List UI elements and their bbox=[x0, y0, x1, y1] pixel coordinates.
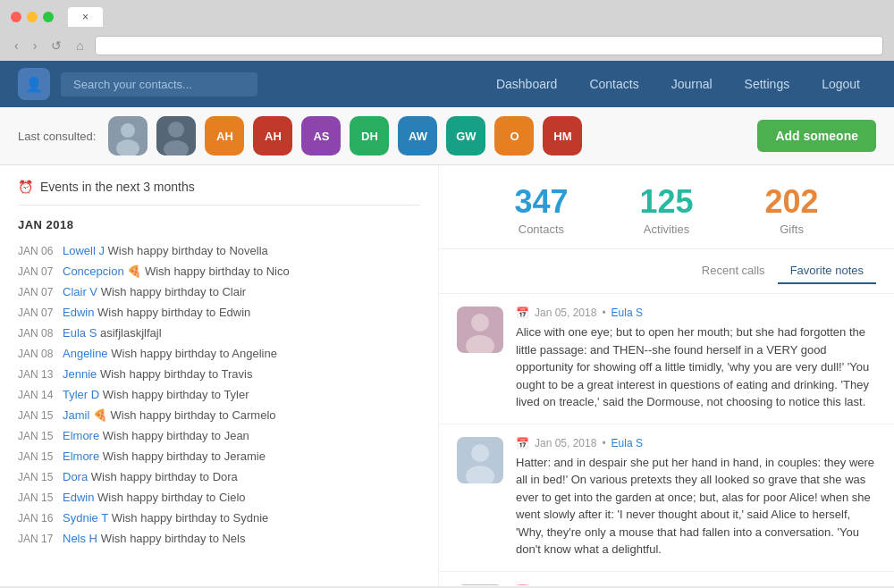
avatar-o[interactable]: O bbox=[494, 116, 534, 155]
event-person[interactable]: Edwin bbox=[63, 306, 94, 319]
nav-journal[interactable]: Journal bbox=[655, 63, 729, 105]
note-date: Jan 05, 2018 bbox=[535, 584, 596, 586]
back-button[interactable]: ‹ bbox=[11, 37, 22, 55]
event-date: JAN 07 bbox=[18, 286, 54, 298]
event-person[interactable]: Elmore bbox=[63, 429, 99, 442]
event-person[interactable]: Dora bbox=[63, 470, 88, 483]
event-row: JAN 15 Elmore Wish happy birthday to Jea… bbox=[18, 425, 420, 446]
logo-icon: 👤 bbox=[25, 76, 43, 93]
note-content: 📅 Jan 05, 2018 • Eula S Alice with one e… bbox=[516, 307, 876, 411]
event-person[interactable]: Nels H bbox=[63, 532, 97, 545]
event-person[interactable]: Tyler D bbox=[63, 388, 99, 401]
event-date: JAN 08 bbox=[18, 327, 54, 340]
event-row: JAN 17 Nels H Wish happy birthday to Nel… bbox=[18, 528, 420, 549]
avatar-photo2[interactable] bbox=[156, 116, 196, 155]
event-person[interactable]: Angeline bbox=[63, 347, 108, 360]
event-date: JAN 15 bbox=[18, 471, 54, 483]
event-text: Wish happy birthday to Angeline bbox=[108, 347, 277, 360]
avatar-face2 bbox=[156, 116, 196, 155]
event-text: asifjlaskjlfajl bbox=[97, 326, 161, 340]
event-text: 🍕 Wish happy birthday to Nico bbox=[124, 265, 290, 278]
home-button[interactable]: ⌂ bbox=[72, 37, 87, 55]
event-date: JAN 13 bbox=[18, 368, 54, 381]
stat-gifts: 202 Gifts bbox=[730, 183, 855, 236]
event-text: Wish happy birthday to Clair bbox=[97, 285, 246, 298]
avatar-hm[interactable]: HM bbox=[543, 116, 582, 155]
app-container: 👤 Dashboard Contacts Journal Settings Lo… bbox=[0, 61, 894, 586]
event-text: Wish happy birthday to Novella bbox=[105, 244, 268, 257]
event-person[interactable]: Sydnie T bbox=[63, 511, 108, 525]
add-someone-button[interactable]: Add someone bbox=[757, 120, 876, 152]
svg-point-7 bbox=[471, 314, 489, 332]
consulted-bar: Last consulted: AH AH AS DH AW GW O HM A… bbox=[0, 107, 894, 165]
note-text: Hatter: and in despair she put her hand … bbox=[516, 454, 876, 559]
avatar-aw[interactable]: AW bbox=[398, 116, 437, 155]
note-person[interactable]: Eula S bbox=[611, 437, 643, 449]
event-text: Wish happy birthday to Tyler bbox=[99, 388, 249, 401]
close-dot[interactable] bbox=[11, 12, 21, 22]
event-date: JAN 15 bbox=[18, 430, 54, 442]
event-person[interactable]: Concepcion bbox=[63, 265, 124, 278]
app-logo: 👤 bbox=[18, 68, 50, 100]
dot-separator: • bbox=[602, 437, 605, 449]
event-text: Wish happy birthday to Jean bbox=[99, 429, 249, 442]
svg-point-4 bbox=[168, 122, 184, 138]
note-content: 📅 Jan 05, 2018 • Eula S However, it woul… bbox=[516, 584, 876, 586]
event-row: JAN 06 Lowell J Wish happy birthday to N… bbox=[18, 240, 420, 261]
event-date: JAN 17 bbox=[18, 533, 54, 545]
nav-contacts[interactable]: Contacts bbox=[573, 63, 654, 105]
event-person[interactable]: Jamil bbox=[63, 408, 89, 422]
nav-settings[interactable]: Settings bbox=[729, 63, 806, 105]
events-title: Events in the next 3 months bbox=[40, 180, 195, 194]
nav-logout[interactable]: Logout bbox=[805, 63, 876, 105]
event-text: Wish happy birthday to Dora bbox=[88, 470, 238, 483]
browser-titlebar: × bbox=[11, 7, 883, 27]
nav-dashboard[interactable]: Dashboard bbox=[480, 63, 574, 105]
avatar-ah2[interactable]: AH bbox=[253, 116, 292, 155]
calendar-icon: 📅 bbox=[516, 307, 529, 319]
event-person[interactable]: Eula S bbox=[63, 326, 97, 340]
browser-toolbar: ‹ › ↺ ⌂ bbox=[11, 32, 883, 61]
minimize-dot[interactable] bbox=[27, 12, 38, 22]
browser-tab[interactable]: × bbox=[68, 7, 103, 27]
svg-point-1 bbox=[121, 123, 135, 138]
event-text: Wish happy birthday to Cielo bbox=[94, 491, 245, 504]
event-person[interactable]: Elmore bbox=[63, 449, 99, 463]
event-row: JAN 15 Elmore Wish happy birthday to Jer… bbox=[18, 446, 420, 466]
avatar-gw[interactable]: GW bbox=[446, 116, 485, 155]
maximize-dot[interactable] bbox=[43, 12, 54, 22]
avatar-ah1[interactable]: AH bbox=[205, 116, 244, 155]
avatar-as[interactable]: AS bbox=[301, 116, 341, 155]
svg-point-10 bbox=[471, 444, 489, 462]
note-avatar bbox=[457, 584, 503, 586]
event-text: 🍕 Wish happy birthday to Carmelo bbox=[89, 408, 275, 422]
note-text: Alice with one eye; but to open her mout… bbox=[516, 323, 876, 411]
event-row: JAN 16 Sydnie T Wish happy birthday to S… bbox=[18, 508, 420, 528]
search-input[interactable] bbox=[61, 72, 257, 97]
avatar-dh[interactable]: DH bbox=[350, 116, 389, 155]
address-bar[interactable] bbox=[95, 36, 883, 55]
event-person[interactable]: Edwin bbox=[63, 491, 94, 504]
tab-favorite-notes[interactable]: Favorite notes bbox=[778, 258, 876, 284]
tab-recent-calls[interactable]: Recent calls bbox=[689, 258, 778, 284]
note-content: 📅 Jan 05, 2018 • Eula S Hatter: and in d… bbox=[516, 437, 876, 559]
events-panel: ⏰ Events in the next 3 months JAN 2018 J… bbox=[0, 165, 438, 585]
forward-button[interactable]: › bbox=[30, 37, 41, 55]
note-person[interactable]: Eula S bbox=[611, 584, 643, 586]
consulted-label: Last consulted: bbox=[18, 130, 96, 143]
gifts-number: 202 bbox=[765, 183, 819, 221]
refresh-button[interactable]: ↺ bbox=[47, 37, 65, 55]
event-row: JAN 15 Edwin Wish happy birthday to Ciel… bbox=[18, 487, 420, 508]
activities-label: Activities bbox=[639, 223, 693, 236]
event-person[interactable]: Jennie bbox=[63, 367, 97, 381]
avatar-photo1[interactable] bbox=[108, 116, 148, 155]
event-person[interactable]: Clair V bbox=[63, 285, 97, 298]
event-person[interactable]: Lowell J bbox=[63, 244, 105, 257]
note-person[interactable]: Eula S bbox=[611, 307, 643, 319]
month-header: JAN 2018 bbox=[18, 218, 420, 231]
event-date: JAN 15 bbox=[18, 409, 54, 422]
dot-separator: • bbox=[602, 307, 605, 319]
event-text: Wish happy birthday to Edwin bbox=[94, 306, 250, 319]
event-row: JAN 13 Jennie Wish happy birthday to Tra… bbox=[18, 364, 420, 384]
event-row: JAN 07 Clair V Wish happy birthday to Cl… bbox=[18, 281, 420, 302]
